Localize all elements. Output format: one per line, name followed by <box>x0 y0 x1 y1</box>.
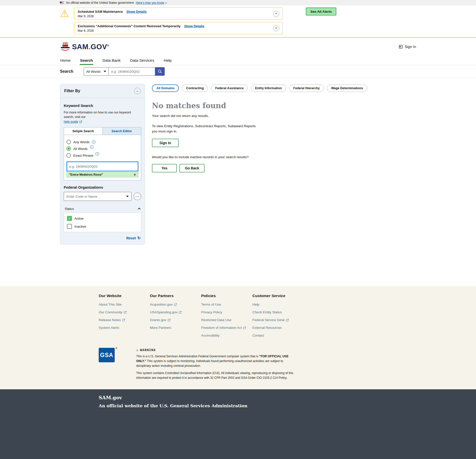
external-link-icon <box>79 120 82 123</box>
nav-item-help[interactable]: Help <box>163 57 172 65</box>
footer-column-customer-service: Customer Service Help Check Entity Statu… <box>252 294 304 341</box>
footer-link-accessibility[interactable]: Accessibility <box>201 334 252 337</box>
domain-pill-contracting[interactable]: Contracting <box>182 84 208 92</box>
chip-remove-icon[interactable]: ✕ <box>134 173 136 176</box>
federal-org-select[interactable]: Enter Code or Name <box>64 192 131 201</box>
show-details-link[interactable]: Show Details <box>126 10 147 13</box>
tab-simple-search[interactable]: Simple Search <box>64 127 103 135</box>
warning-paragraph-1: This is a U.S. General Services Administ… <box>136 354 298 369</box>
radio-row-exact-phrase[interactable]: Exact Phrase i <box>66 153 138 158</box>
radio-exact-phrase[interactable] <box>66 153 71 158</box>
minus-icon: − <box>136 89 139 93</box>
footer-link-contact[interactable]: Contact <box>252 334 304 337</box>
sam-gov-logo[interactable]: SAM.GOV® <box>60 42 109 51</box>
footer-link-label: Release Notes <box>99 318 121 322</box>
sign-in-note: To view Entity Registrations, Subcontrac… <box>152 124 257 134</box>
footer-link-federal-service-desk[interactable]: Federal Service Desk <box>252 318 304 322</box>
footer-link-label: Privacy Policy <box>201 310 222 314</box>
footer-link-grants-gov[interactable]: Grants.gov <box>150 318 201 322</box>
warning-paragraph-2: This system contains Controlled Unclassi… <box>136 371 298 380</box>
keyword-search-input[interactable] <box>66 161 138 171</box>
org-more-options-button[interactable]: ··· <box>134 193 141 200</box>
yes-button[interactable]: Yes <box>152 164 177 172</box>
alert-title: Exclusions “Additional Comments” Content… <box>78 24 181 28</box>
info-icon[interactable]: i <box>90 145 93 149</box>
status-active-label: Active <box>74 217 84 220</box>
reset-filters-link[interactable]: Reset <box>126 236 136 240</box>
collapse-filters-button[interactable]: − <box>134 88 141 94</box>
close-icon: ✕ <box>275 26 277 30</box>
search-mode-select[interactable]: All Words <box>84 67 109 76</box>
footer-column-title: Our Website <box>99 294 150 298</box>
federal-org-placeholder: Enter Code or Name <box>66 195 97 198</box>
alert-text: Exclusions “Additional Comments” Content… <box>78 24 273 32</box>
status-inactive-label: Inactive <box>74 225 86 228</box>
footer-column-title: Policies <box>201 294 252 298</box>
check-icon: ✓ <box>68 217 71 220</box>
sign-in-button[interactable]: Sign In <box>152 139 179 147</box>
identifier-title: SAM.gov <box>99 395 416 400</box>
close-icon: ✕ <box>275 12 277 15</box>
show-details-link[interactable]: Show Details <box>184 24 204 28</box>
close-alert-button[interactable]: ✕ <box>273 11 279 17</box>
footer-link-label: Our Community <box>99 310 122 314</box>
footer-link-about-this-site[interactable]: About This Site <box>99 303 150 306</box>
nav-item-search[interactable]: Search <box>80 57 93 65</box>
domain-pill-all-domains[interactable]: All Domains <box>152 84 179 92</box>
radio-label-any-words: Any Words <box>73 140 90 144</box>
info-icon[interactable]: i <box>95 152 99 156</box>
footer-link-acquisition-gov[interactable]: Acquisition.gov <box>150 303 201 306</box>
identifier-footer: SAM.gov An official website of the U.S. … <box>0 389 476 459</box>
uncle-sam-hat-icon <box>60 42 70 51</box>
status-title: Status <box>65 207 74 211</box>
footer-link-external-resources[interactable]: External Resources <box>252 326 304 330</box>
nav-item-data-services[interactable]: Data Services <box>130 57 154 65</box>
site-header: SAM.GOV® Sign In <box>0 38 476 56</box>
nav-item-home[interactable]: Home <box>60 57 71 65</box>
footer-link-label: About This Site <box>99 303 121 306</box>
checkbox-active-checked[interactable]: ✓ <box>67 216 72 221</box>
how-you-know-link[interactable]: Here’s how you know <box>136 1 167 4</box>
footer-link-restricted-data-use[interactable]: Restricted Data Use <box>201 318 252 322</box>
footer-link-our-community[interactable]: Our Community <box>99 310 150 314</box>
how-you-know-label: Here’s how you know <box>136 1 164 4</box>
radio-all-words-selected[interactable] <box>66 146 71 151</box>
domain-pill-federal-assistance[interactable]: Federal Assistance <box>211 84 248 92</box>
footer-column-policies: Policies Terms of Use Privacy Policy Res… <box>201 294 252 341</box>
go-back-button[interactable]: Go Back <box>179 164 205 172</box>
status-option-active[interactable]: ✓ Active <box>67 216 138 221</box>
header-sign-in-link[interactable]: Sign In <box>399 44 416 49</box>
status-option-inactive[interactable]: Inactive <box>67 224 138 229</box>
radio-row-any-words[interactable]: Any Words i <box>66 140 138 144</box>
radio-any-words[interactable] <box>66 140 71 144</box>
status-section-header[interactable]: Status <box>64 205 141 213</box>
keyword-search-description: For more information on how to use our k… <box>64 110 141 119</box>
footer-link-check-entity-status[interactable]: Check Entity Status <box>252 310 304 314</box>
radio-row-all-words[interactable]: All Words i <box>66 146 138 151</box>
close-alert-button[interactable]: ✕ <box>273 25 279 31</box>
footer-link-foia[interactable]: Freedom of Information Act <box>201 326 252 330</box>
caret-down-icon <box>104 71 106 72</box>
info-icon[interactable]: i <box>92 140 95 144</box>
tab-search-editor[interactable]: Search Editor <box>103 127 141 135</box>
reset-icon[interactable]: ↻ <box>137 236 141 240</box>
domain-pill-entity-information[interactable]: Entity Information <box>251 84 286 92</box>
header-search-input[interactable] <box>109 67 155 76</box>
footer-link-release-notes[interactable]: Release Notes <box>99 318 150 322</box>
checkbox-inactive-unchecked[interactable] <box>67 224 72 229</box>
footer-link-label: Restricted Data Use <box>201 318 231 322</box>
help-guide-link[interactable]: help guide <box>64 120 82 123</box>
filter-by-title: Filter By <box>64 89 80 93</box>
footer-link-more-partners[interactable]: More Partners <box>150 326 201 330</box>
footer-link-terms-of-use[interactable]: Terms of Use <box>201 303 252 306</box>
footer-link-privacy-policy[interactable]: Privacy Policy <box>201 310 252 314</box>
domain-pill-federal-hierarchy[interactable]: Federal Hierarchy <box>289 84 324 92</box>
footer-link-help[interactable]: Help <box>252 303 304 306</box>
nav-item-data-bank[interactable]: Data Bank <box>102 57 121 65</box>
footer-link-system-alerts[interactable]: System Alerts <box>99 326 150 330</box>
see-all-alerts-button[interactable]: See All Alerts <box>306 7 336 15</box>
domain-pill-wage-determinations[interactable]: Wage Determinations <box>327 84 367 92</box>
search-submit-button[interactable] <box>155 67 165 76</box>
identifier-subtitle: An official website of the U.S. General … <box>99 403 416 408</box>
footer-link-usaspending-gov[interactable]: USASpending.gov <box>150 310 201 314</box>
